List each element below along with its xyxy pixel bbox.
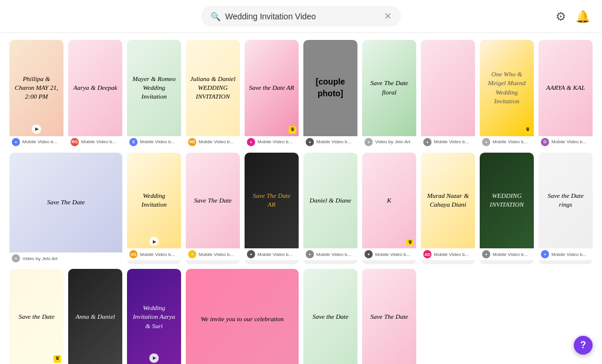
card-footer: ●Mobile Video b... bbox=[186, 248, 240, 260]
card-item[interactable]: Save the Date●Mobile Video b... bbox=[303, 269, 357, 364]
avatar: HS bbox=[188, 138, 196, 146]
card-item[interactable]: Wedding Invitation Aarya & Suri▶MDMobile… bbox=[127, 269, 181, 364]
thumb-bg: Save The Date floral bbox=[362, 40, 416, 136]
thumb-text: Save The Date AR bbox=[247, 190, 296, 211]
thumb-bg: Wedding Invitation▶ bbox=[127, 153, 181, 249]
avatar: ● bbox=[482, 138, 490, 146]
thumb-text: One Who & Meigel Muend Wedding Invitatio… bbox=[482, 69, 531, 107]
avatar: ● bbox=[12, 138, 20, 146]
help-button[interactable]: ? bbox=[574, 336, 593, 355]
card-label: Mobile Video b... bbox=[493, 252, 531, 257]
thumb-text: Wedding Invitation Aarya & Suri bbox=[129, 302, 179, 332]
card-thumbnail: [couple photo] bbox=[303, 40, 357, 136]
card-item[interactable]: Aarya & DeepakRGMobile Video b... bbox=[68, 40, 122, 148]
card-item[interactable]: Daniel & Diane●Mobile Video b... bbox=[303, 153, 357, 265]
thumb-text: Anna & Daniel bbox=[74, 311, 116, 322]
thumb-bg: Juliana & Daniel WEDDING INVITATION bbox=[186, 40, 240, 136]
card-item[interactable]: ●Mobile Video b... bbox=[421, 40, 475, 148]
avatar: ● bbox=[423, 138, 432, 146]
card-thumbnail: AARYA & KAL bbox=[539, 40, 593, 136]
card-label: Mobile Video b... bbox=[140, 252, 179, 257]
card-thumbnail: Save the Date bbox=[303, 269, 357, 364]
card-item[interactable]: [couple photo]●Mobile Video b... bbox=[303, 40, 357, 148]
header-icons: ⚙ 🔔 bbox=[556, 9, 590, 23]
thumb-text: AARYA & KAL bbox=[545, 82, 586, 93]
card-thumbnail: We invite you to our celebration bbox=[186, 269, 299, 364]
card-footer: ●Video by Jelo Art bbox=[9, 252, 122, 264]
card-item[interactable]: Murad Nazar & Cahaya DianiADMobile Video… bbox=[421, 153, 475, 265]
card-thumbnail: Save The Date AR bbox=[245, 153, 299, 249]
thumb-text: We invite you to our celebration bbox=[199, 314, 285, 325]
thumb-text: Juliana & Daniel WEDDING INVITATION bbox=[188, 73, 238, 103]
pro-badge: ♛ bbox=[524, 126, 531, 133]
card-item[interactable]: Phillipa & Charon MAY 21, 2:00 PM▶●Mobil… bbox=[9, 40, 63, 148]
card-thumbnail: Save The Date bbox=[362, 269, 416, 364]
card-thumbnail: Anna & Daniel bbox=[68, 269, 122, 364]
card-thumbnail: Juliana & Daniel WEDDING INVITATION bbox=[186, 40, 240, 136]
thumb-bg: Save The Date bbox=[362, 269, 416, 364]
card-item[interactable]: Save The Date floral●Video by Jelo Art bbox=[362, 40, 416, 148]
card-item[interactable]: Save the Date♛●Mobile Video b... bbox=[9, 269, 63, 364]
card-thumbnail: Save The Date bbox=[9, 153, 122, 253]
thumb-bg: K♛ bbox=[362, 153, 416, 249]
thumb-bg: Daniel & Diane bbox=[303, 153, 357, 249]
card-thumbnail: Wedding Invitation▶ bbox=[127, 153, 181, 249]
avatar: S bbox=[129, 138, 138, 146]
avatar: O bbox=[541, 138, 549, 146]
thumb-bg: WEDDING INVITATION bbox=[480, 153, 534, 249]
card-thumbnail: Daniel & Diane bbox=[303, 153, 357, 249]
card-label: Mobile Video b... bbox=[199, 252, 238, 257]
thumb-bg: Save The Date bbox=[9, 153, 122, 253]
avatar: AD bbox=[423, 250, 432, 258]
settings-icon[interactable]: ⚙ bbox=[556, 9, 566, 23]
thumb-bg: [couple photo] bbox=[303, 40, 357, 136]
thumb-text: Save The Date bbox=[369, 311, 409, 322]
card-thumbnail: Save the Date AR♛ bbox=[245, 40, 299, 136]
card-item[interactable]: We invite you to our celebrationGDVideo … bbox=[186, 269, 299, 364]
search-bar[interactable]: 🔍 ✕ bbox=[201, 6, 401, 26]
card-footer: HSMobile Video b... bbox=[127, 248, 181, 260]
clear-icon[interactable]: ✕ bbox=[384, 11, 392, 22]
card-item[interactable]: One Who & Meigel Muend Wedding Invitatio… bbox=[480, 40, 534, 148]
card-item[interactable]: Anna & Daniel●Mobile Video b... bbox=[68, 269, 122, 364]
thumb-bg: AARYA & KAL bbox=[539, 40, 593, 136]
card-thumbnail: Aarya & Deepak bbox=[68, 40, 122, 136]
thumb-text: [couple photo] bbox=[306, 75, 355, 100]
card-item[interactable]: Juliana & Daniel WEDDING INVITATIONHSMob… bbox=[186, 40, 240, 148]
play-icon[interactable]: ▶ bbox=[32, 124, 41, 134]
card-item[interactable]: Save The Date●Video by Jelo Art bbox=[9, 153, 122, 265]
pro-badge: ♛ bbox=[406, 239, 414, 246]
card-item[interactable]: Mayer & Romeo Wedding InvitationSMobile … bbox=[127, 40, 181, 148]
thumb-bg: Mayer & Romeo Wedding Invitation bbox=[127, 40, 181, 136]
search-input[interactable] bbox=[225, 12, 379, 21]
pro-badge: ♛ bbox=[289, 126, 296, 133]
play-icon[interactable]: ▶ bbox=[149, 353, 159, 363]
card-item[interactable]: Save the Date rings●Mobile Video b... bbox=[539, 153, 593, 265]
grid-container: Phillipa & Charon MAY 21, 2:00 PM▶●Mobil… bbox=[0, 33, 602, 364]
card-item[interactable]: Save the Date AR♛●Mobile Video b... bbox=[245, 40, 299, 148]
thumb-text: WEDDING INVITATION bbox=[482, 190, 531, 211]
thumb-bg: Save the Date rings bbox=[539, 153, 593, 249]
card-thumbnail: Save the Date rings bbox=[539, 153, 593, 249]
card-item[interactable]: K♛●Mobile Video b... bbox=[362, 153, 416, 265]
card-item[interactable]: Save The Date●Mobile Video b... bbox=[186, 153, 240, 265]
card-footer: ●Mobile Video b... bbox=[303, 136, 357, 148]
card-item[interactable]: WEDDING INVITATION●Mobile Video b... bbox=[480, 153, 534, 265]
play-icon[interactable]: ▶ bbox=[149, 237, 159, 246]
pro-badge: ♛ bbox=[53, 355, 61, 362]
card-footer: ●Mobile Video b... bbox=[245, 248, 299, 260]
card-item[interactable]: AARYA & KALOMobile Video b... bbox=[539, 40, 593, 148]
card-thumbnail: Save The Date floral bbox=[362, 40, 416, 136]
thumb-text: Mayer & Romeo Wedding Invitation bbox=[129, 73, 179, 103]
thumb-bg: Anna & Daniel bbox=[68, 269, 122, 364]
card-item[interactable]: Save The Date●Mobile Video b... bbox=[362, 269, 416, 364]
card-footer: ●Mobile Video b... bbox=[421, 136, 475, 148]
card-label: Mobile Video b... bbox=[81, 139, 120, 144]
card-footer: ●Mobile Video b... bbox=[245, 136, 299, 148]
card-item[interactable]: Wedding Invitation▶HSMobile Video b... bbox=[127, 153, 181, 265]
bell-icon[interactable]: 🔔 bbox=[576, 9, 590, 23]
thumb-bg: Save The Date bbox=[186, 153, 240, 249]
thumb-bg: One Who & Meigel Muend Wedding Invitatio… bbox=[480, 40, 534, 136]
card-label: Mobile Video b... bbox=[257, 139, 296, 144]
card-item[interactable]: Save The Date AR●Mobile Video b... bbox=[245, 153, 299, 265]
